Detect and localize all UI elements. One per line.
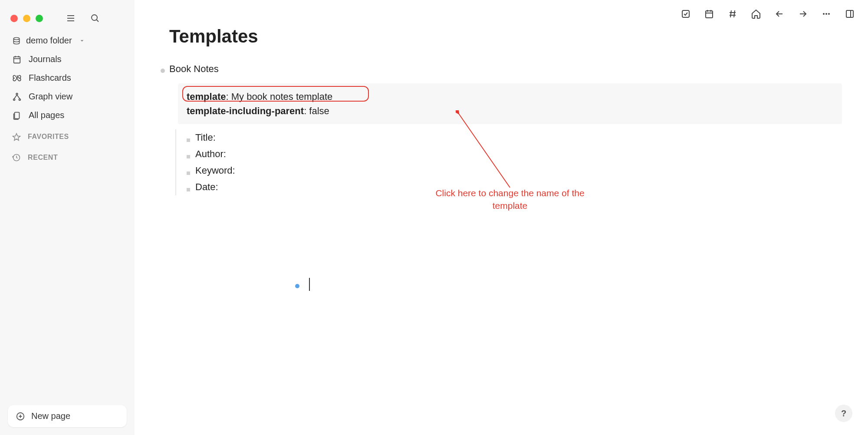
window-controls [0, 0, 135, 24]
more-icon[interactable] [820, 8, 832, 20]
annotation-text: Click here to change the name of the tem… [419, 187, 601, 212]
svg-point-31 [825, 13, 827, 15]
svg-point-10 [16, 93, 18, 95]
block-title[interactable]: Book Notes [169, 63, 842, 75]
main-content: Templates Book Notes template: My book n… [135, 0, 868, 435]
infinity-icon [12, 73, 22, 83]
field-label: Date: [195, 181, 218, 193]
sidebar-item-label: Graph view [29, 92, 72, 102]
svg-point-5 [13, 37, 19, 40]
svg-line-35 [458, 112, 510, 188]
bullet-active-icon [295, 284, 299, 288]
sidebar-item-all-pages[interactable]: All pages [0, 106, 135, 125]
annotation-arrow [456, 110, 512, 188]
prop-value-template: : My book notes template [226, 91, 332, 102]
bullet-icon [187, 188, 190, 191]
svg-rect-6 [14, 56, 20, 63]
svg-line-26 [730, 10, 731, 17]
page-title[interactable]: Templates [169, 26, 842, 47]
svg-line-13 [14, 95, 17, 99]
back-icon[interactable] [773, 8, 786, 20]
help-label: ? [841, 409, 846, 419]
svg-line-27 [734, 10, 735, 17]
bullet-icon [161, 69, 165, 73]
sidebar-item-label: Flashcards [29, 73, 71, 83]
window-close-button[interactable] [10, 15, 18, 22]
folder-selector[interactable]: demo folder [0, 24, 135, 50]
sidebar-item-label: All pages [29, 110, 64, 120]
documents-icon [12, 111, 22, 120]
section-favorites[interactable]: FAVORITES [0, 125, 135, 145]
menu-icon[interactable] [65, 12, 77, 24]
todo-icon[interactable] [680, 8, 692, 20]
graph-icon [12, 92, 22, 102]
folder-name: demo folder [26, 36, 72, 46]
section-recent[interactable]: RECENT [0, 145, 135, 166]
prop-key-template: template [187, 91, 226, 102]
svg-point-30 [823, 13, 825, 15]
sidebar-item-flashcards[interactable]: Flashcards [0, 69, 135, 87]
history-icon [12, 153, 21, 162]
svg-marker-15 [13, 134, 20, 141]
forward-icon[interactable] [797, 8, 809, 20]
field-label: Keyword: [195, 165, 235, 176]
svg-rect-33 [846, 10, 853, 17]
field-label: Author: [195, 148, 226, 160]
svg-point-11 [13, 99, 15, 100]
star-icon [12, 132, 21, 141]
new-page-button[interactable]: New page [8, 405, 127, 427]
section-label: RECENT [28, 154, 58, 161]
window-maximize-button[interactable] [36, 15, 43, 22]
right-panel-icon[interactable] [844, 8, 856, 20]
bullet-icon [187, 138, 190, 142]
svg-rect-19 [682, 10, 689, 17]
database-icon [12, 36, 21, 45]
prop-key-parent: template-including-parent [187, 105, 304, 116]
svg-point-12 [19, 99, 21, 100]
toolbar [680, 8, 856, 20]
section-label: FAVORITES [28, 133, 69, 141]
template-prop-line[interactable]: template: My book notes template [187, 89, 833, 104]
bullet-icon [187, 155, 190, 158]
svg-point-3 [92, 15, 97, 20]
calendar-icon [12, 55, 22, 64]
plus-circle-icon [16, 412, 25, 421]
field-label: Title: [195, 132, 216, 143]
field-author[interactable]: Author: [187, 146, 842, 162]
new-block-cursor[interactable] [295, 278, 310, 291]
search-icon[interactable] [89, 12, 101, 24]
svg-line-14 [17, 95, 20, 99]
prop-value-parent: : false [304, 105, 329, 116]
sidebar-item-graph-view[interactable]: Graph view [0, 87, 135, 106]
svg-line-4 [96, 20, 99, 22]
sidebar-item-journals[interactable]: Journals [0, 50, 135, 69]
help-button[interactable]: ? [835, 405, 852, 422]
window-minimize-button[interactable] [23, 15, 30, 22]
chevron-down-icon [79, 38, 85, 44]
new-page-label: New page [31, 411, 70, 421]
field-keyword[interactable]: Keyword: [187, 162, 842, 179]
home-icon[interactable] [750, 8, 762, 20]
sidebar: demo folder Journals Flashcards Graph vi… [0, 0, 135, 435]
calendar-toolbar-icon[interactable] [703, 8, 715, 20]
field-title[interactable]: Title: [187, 129, 842, 146]
caret [309, 278, 310, 291]
svg-point-32 [828, 13, 830, 15]
svg-rect-20 [706, 11, 713, 18]
bullet-icon [187, 171, 190, 175]
hash-icon[interactable] [727, 8, 739, 20]
sidebar-item-label: Journals [29, 54, 62, 64]
